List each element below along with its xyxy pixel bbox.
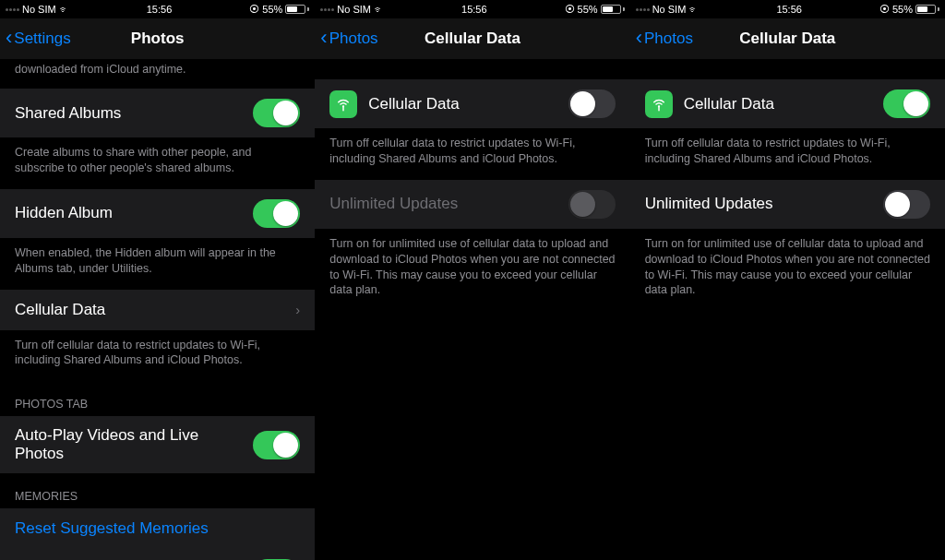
status-bar: No SIM ᯤ 15:56 ⦿ 55% — [315, 0, 629, 18]
chevron-left-icon: ‹ — [6, 28, 12, 48]
shared-albums-footer: Create albums to share with other people… — [0, 137, 315, 189]
nav-bar: ‹ Photos Cellular Data — [630, 18, 945, 59]
screen-photos-settings: No SIM ᯤ 15:56 ⦿ 55% ‹ Settings Photos d… — [0, 0, 315, 560]
shared-albums-cell[interactable]: Shared Albums — [0, 89, 315, 137]
back-button[interactable]: ‹ Settings — [6, 18, 71, 59]
cellular-data-footer: Turn off cellular data to restrict updat… — [315, 128, 629, 180]
cell-label: Cellular Data — [684, 95, 774, 113]
cell-label: Unlimited Updates — [329, 195, 458, 213]
carrier-label: No SIM — [652, 4, 687, 15]
clock-label: 15:56 — [776, 4, 802, 15]
memories-header: MEMORIES — [0, 473, 315, 508]
antenna-icon — [329, 90, 357, 118]
wifi-icon: ᯤ — [374, 4, 384, 15]
signal-dots-icon — [636, 8, 650, 11]
battery-pct-label: 55% — [578, 4, 598, 15]
battery-icon — [915, 5, 939, 14]
unlimited-updates-toggle — [568, 190, 616, 219]
screen-cellular-on: No SIM ᯤ 15:56 ⦿ 55% ‹ Photos Cellular D… — [630, 0, 945, 560]
cellular-data-cell[interactable]: Cellular Data › — [0, 290, 315, 330]
wifi-icon: ᯤ — [59, 4, 69, 15]
antenna-icon — [645, 90, 673, 118]
cell-label: Shared Albums — [15, 104, 121, 123]
orientation-lock-icon: ⦿ — [249, 4, 259, 15]
battery-icon — [285, 5, 309, 14]
cell-label: Reset Suggested Memories — [15, 519, 209, 538]
chevron-left-icon: ‹ — [636, 28, 642, 48]
wifi-icon: ᯤ — [688, 4, 699, 15]
cell-label: Unlimited Updates — [645, 195, 773, 213]
hidden-album-footer: When enabled, the Hidden album will appe… — [0, 238, 315, 290]
hidden-album-cell[interactable]: Hidden Album — [0, 189, 315, 238]
unlimited-updates-footer: Turn on for unlimited use of cellular da… — [630, 229, 945, 312]
page-title: Photos — [131, 30, 185, 48]
signal-dots-icon — [320, 8, 334, 11]
carrier-label: No SIM — [22, 4, 56, 15]
cell-label: Cellular Data — [15, 301, 105, 319]
back-button[interactable]: ‹ Photos — [320, 18, 377, 59]
cellular-data-cell[interactable]: Cellular Data — [315, 79, 629, 128]
signal-dots-icon — [6, 8, 19, 11]
unlimited-updates-footer: Turn on for unlimited use of cellular da… — [315, 229, 629, 312]
nav-bar: ‹ Photos Cellular Data — [315, 18, 629, 59]
back-button[interactable]: ‹ Photos — [636, 18, 693, 59]
unlimited-updates-cell: Unlimited Updates — [315, 180, 629, 229]
cellular-data-toggle[interactable] — [568, 89, 616, 118]
battery-icon — [601, 5, 625, 14]
battery-pct-label: 55% — [262, 4, 282, 15]
chevron-left-icon: ‹ — [320, 28, 327, 48]
autoplay-toggle[interactable] — [253, 431, 300, 459]
clock-label: 15:56 — [147, 4, 173, 15]
cellular-data-footer: Turn off cellular data to restrict updat… — [630, 128, 945, 180]
cell-label: Cellular Data — [368, 95, 459, 113]
unlimited-updates-cell[interactable]: Unlimited Updates — [630, 180, 945, 229]
reset-memories-button[interactable]: Reset Suggested Memories — [0, 508, 315, 549]
cell-label: Hidden Album — [15, 204, 113, 222]
nav-bar: ‹ Settings Photos — [0, 18, 315, 59]
cellular-data-toggle[interactable] — [883, 89, 930, 118]
orientation-lock-icon: ⦿ — [879, 4, 890, 15]
page-title: Cellular Data — [739, 30, 835, 48]
cell-label: Auto-Play Videos and Live Photos — [15, 426, 242, 463]
chevron-right-icon: › — [295, 302, 300, 317]
unlimited-updates-toggle[interactable] — [883, 190, 930, 219]
screen-cellular-off: No SIM ᯤ 15:56 ⦿ 55% ‹ Photos Cellular D… — [315, 0, 629, 560]
cellular-data-footer: Turn off cellular data to restrict updat… — [0, 330, 315, 382]
carrier-label: No SIM — [337, 4, 371, 15]
photos-tab-header: PHOTOS TAB — [0, 381, 315, 416]
status-bar: No SIM ᯤ 15:56 ⦿ 55% — [630, 0, 945, 18]
status-bar: No SIM ᯤ 15:56 ⦿ 55% — [0, 0, 315, 18]
page-title: Cellular Data — [425, 30, 520, 48]
hidden-album-toggle[interactable] — [253, 199, 300, 228]
show-holiday-cell[interactable]: Show Holiday Events — [0, 549, 315, 560]
cellular-data-cell[interactable]: Cellular Data — [630, 79, 945, 128]
clock-label: 15:56 — [461, 4, 487, 15]
battery-pct-label: 55% — [892, 4, 913, 15]
back-label: Photos — [329, 30, 378, 48]
back-label: Settings — [14, 30, 70, 48]
autoplay-cell[interactable]: Auto-Play Videos and Live Photos — [0, 416, 315, 473]
orientation-lock-icon: ⦿ — [565, 4, 575, 15]
shared-albums-toggle[interactable] — [253, 99, 300, 127]
truncated-footer-text: downloaded from iCloud anytime. — [0, 59, 315, 89]
back-label: Photos — [644, 30, 693, 48]
